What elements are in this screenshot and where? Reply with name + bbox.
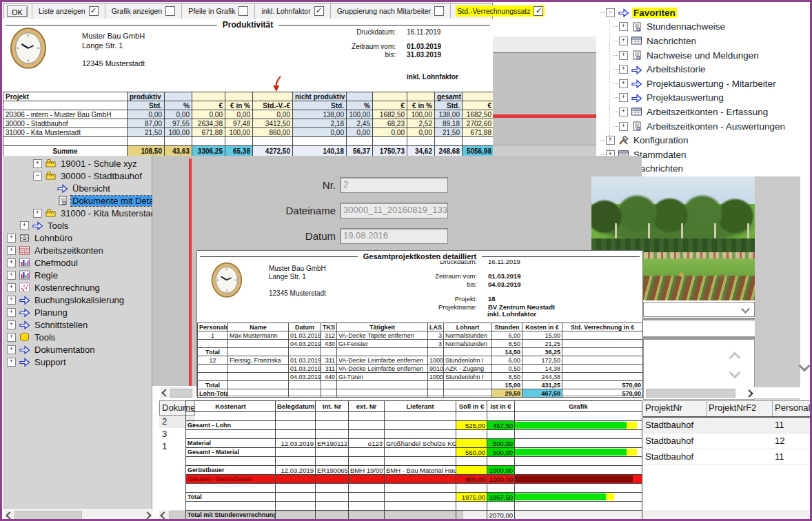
tree-item[interactable]: −30000 - Stadtbauhof xyxy=(3,170,152,182)
tree-item[interactable]: +Nachrichten xyxy=(596,34,810,48)
expander-toggle[interactable]: + xyxy=(619,51,628,60)
tree-item[interactable]: −Favoriten xyxy=(596,6,810,20)
tree-item[interactable]: +Support xyxy=(3,356,152,368)
scroll-left-button[interactable] xyxy=(159,510,169,520)
tree-item[interactable]: +Projektauswertung xyxy=(596,91,810,105)
scroll-right-chevron-icon[interactable] xyxy=(747,387,752,399)
tree-item[interactable]: +Stundennachweise xyxy=(596,20,810,34)
scroll-left-button[interactable] xyxy=(5,510,14,520)
expander-toggle[interactable]: + xyxy=(7,320,16,329)
expander-toggle[interactable]: + xyxy=(7,296,16,305)
project-table-scrollbar[interactable] xyxy=(644,387,812,398)
tree-item[interactable]: +Tools xyxy=(3,219,152,232)
expander-toggle[interactable]: + xyxy=(619,108,628,116)
column-header[interactable]: ProjektNr xyxy=(643,401,707,416)
scrollbar-thumb[interactable] xyxy=(170,389,192,398)
ok-button[interactable]: OK xyxy=(7,6,28,17)
expander-toggle[interactable]: + xyxy=(33,209,42,218)
checkbox[interactable] xyxy=(165,6,175,16)
expander-toggle[interactable]: + xyxy=(20,221,29,230)
toolbar-checkbox-item[interactable]: Pfeile in Grafik xyxy=(181,3,254,19)
checkbox[interactable] xyxy=(238,6,248,16)
table-row[interactable]: Stadtbauhof11 xyxy=(643,418,812,433)
tree-item[interactable]: +Kostenrechnung xyxy=(3,281,152,294)
tree-item[interactable]: +31000 - Kita Musterstadt xyxy=(3,207,152,219)
right-scroll-track[interactable] xyxy=(755,176,800,400)
tree-item[interactable]: +Dokumentation xyxy=(3,343,152,356)
tree-item[interactable]: +Buchungslokalisierung xyxy=(3,294,152,306)
tree-item[interactable]: +Chefmodul xyxy=(3,256,152,269)
form-field-input[interactable]: 2 xyxy=(340,177,448,193)
table-header-cell: TKS xyxy=(321,323,337,331)
expander-toggle[interactable]: − xyxy=(33,172,42,181)
scrollbar-thumb[interactable] xyxy=(646,389,735,398)
filter-dropdown-1[interactable] xyxy=(643,302,755,317)
table-cell: 97,48 xyxy=(225,119,253,128)
tree-item[interactable]: +Arbeitshistorie xyxy=(596,62,810,76)
tree-item[interactable]: +Regie xyxy=(3,269,152,281)
tree-item[interactable]: +Schnittstellen xyxy=(3,318,152,331)
expander-toggle[interactable]: + xyxy=(33,159,42,168)
toolbar-checkbox-item[interactable]: inkl. Lohnfaktor✓ xyxy=(254,3,329,19)
scroll-right-button[interactable] xyxy=(143,510,152,520)
column-header[interactable]: Personal xyxy=(773,401,811,416)
tree-item[interactable]: +Nachweise und Meldungen xyxy=(596,48,810,63)
table-cell xyxy=(198,340,228,348)
expander-toggle[interactable]: + xyxy=(7,358,16,367)
table-cell xyxy=(186,457,276,466)
expander-toggle[interactable]: + xyxy=(7,246,16,255)
toolbar-checkbox-item[interactable]: Grafik anzeigen xyxy=(105,3,182,19)
arrow-icon xyxy=(618,8,629,17)
expander-toggle[interactable]: + xyxy=(619,79,628,88)
expander-toggle[interactable]: + xyxy=(606,136,615,145)
toolbar-checkbox-item[interactable]: Std.-Verrechnungssatz✓ xyxy=(450,3,549,19)
tree-item[interactable]: Übersicht xyxy=(3,182,152,194)
tree-item[interactable]: +Planung xyxy=(3,306,152,318)
expander-toggle[interactable]: + xyxy=(7,308,16,317)
tree-item[interactable]: +Arbeitszeitkonten - Auswertungen xyxy=(596,119,810,134)
form-field-input[interactable]: 19.08.2016 xyxy=(340,228,448,244)
table-cell: 12 xyxy=(198,356,228,365)
expander-toggle[interactable]: + xyxy=(7,333,16,342)
tree-item[interactable]: +Tools xyxy=(3,331,152,343)
expander-toggle[interactable]: + xyxy=(619,93,628,102)
form-field-input[interactable]: 30000_11_20160819_133 xyxy=(340,203,448,218)
expander-toggle[interactable]: + xyxy=(619,37,628,45)
expander-toggle[interactable]: + xyxy=(619,122,628,131)
checkbox[interactable] xyxy=(434,6,444,16)
expander-toggle[interactable]: + xyxy=(7,258,16,267)
checkbox[interactable]: ✓ xyxy=(534,6,543,16)
toolbar-checkbox-item[interactable]: Gruppierung nach Mitarbeiter xyxy=(330,3,451,19)
tree-item[interactable]: +19001 - Schule xyz xyxy=(3,157,152,170)
scrollbar-thumb[interactable] xyxy=(14,511,82,520)
table-cell xyxy=(456,511,487,520)
scroll-left-button[interactable] xyxy=(161,387,170,398)
left-horizontal-scrollbar[interactable] xyxy=(5,510,152,520)
checkbox[interactable]: ✓ xyxy=(89,6,99,16)
tree-item[interactable]: +Arbeitszeitkonten - Erfassung xyxy=(596,105,810,119)
tree-item[interactable]: +Projektauswertung - Mitarbeiter xyxy=(596,76,810,91)
spin-down-icon[interactable] xyxy=(729,367,741,379)
column-header[interactable]: ProjektNrF2 xyxy=(707,401,773,416)
expander-toggle[interactable]: + xyxy=(619,65,628,74)
tree-item[interactable]: +Arbeitszeitkonten xyxy=(3,244,152,256)
scroll-down-chevron-icon[interactable] xyxy=(800,360,809,373)
table-cell xyxy=(186,484,276,493)
toolbar-checkbox-item[interactable]: Liste anzeigen✓ xyxy=(32,3,105,19)
expander-toggle[interactable]: + xyxy=(7,271,16,280)
expander-toggle[interactable]: + xyxy=(7,345,16,354)
expander-toggle[interactable]: + xyxy=(7,283,16,292)
expander-toggle[interactable]: − xyxy=(606,8,615,17)
expander-toggle[interactable]: + xyxy=(7,234,16,243)
checkbox[interactable]: ✓ xyxy=(314,6,324,16)
tree-item[interactable]: Dokumente mit Detail xyxy=(3,194,152,207)
tree-item[interactable]: +Lohnbüro xyxy=(3,232,152,244)
tree-item[interactable]: +Konfiguration xyxy=(596,133,810,147)
spin-up-icon[interactable] xyxy=(729,352,741,364)
table-header-cell: Name xyxy=(228,323,289,331)
table-row[interactable]: Stadtbauhof12 xyxy=(643,433,812,449)
expander-toggle[interactable]: + xyxy=(619,22,628,31)
table-row[interactable]: Stadtbauhof11 xyxy=(643,449,812,465)
document-list-scrollbar[interactable] xyxy=(161,387,195,398)
table-cell: 430 xyxy=(321,340,337,348)
